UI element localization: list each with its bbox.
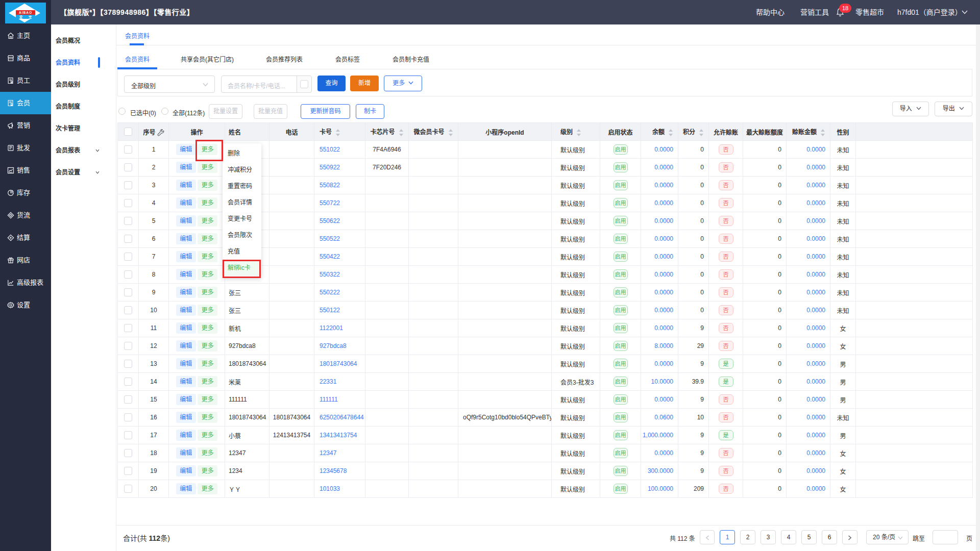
svg-text:AIBAO: AIBAO	[19, 11, 32, 14]
svg-text:爱: 爱	[19, 15, 23, 19]
svg-text:宝: 宝	[29, 15, 32, 19]
